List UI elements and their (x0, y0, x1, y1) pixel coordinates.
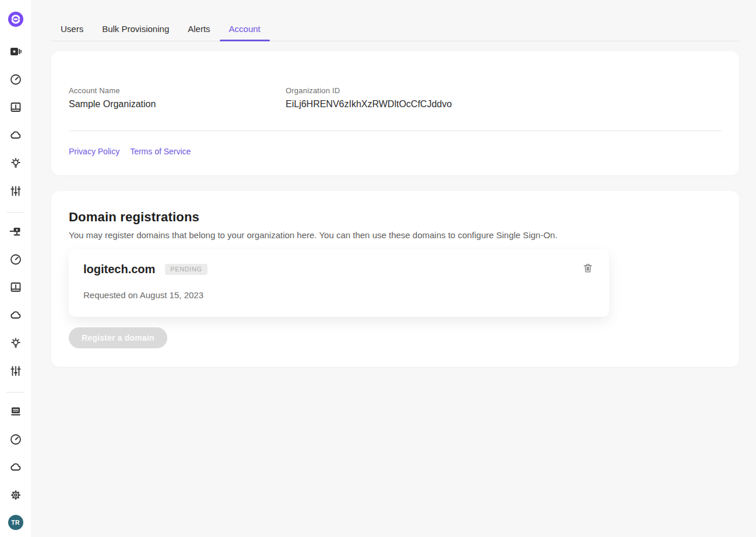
insights-bulb-icon (9, 156, 23, 170)
domain-registrations-title: Domain registrations (69, 210, 722, 225)
sidebar-item-dashboard-2[interactable] (9, 252, 23, 266)
organization-id-field: Organization ID EiLj6HRENV6zIkhXzRWDltOc… (286, 86, 722, 109)
dashboard-gauge-icon (9, 252, 23, 266)
privacy-policy-link[interactable]: Privacy Policy (69, 147, 119, 156)
sidebar-item-settings-2[interactable] (9, 364, 23, 378)
sidebar-item-insights-2[interactable] (9, 336, 23, 350)
laptop-device-icon (9, 404, 23, 418)
avatar[interactable]: TR (8, 515, 23, 530)
dashboard-gauge-icon (9, 72, 23, 86)
sidebar-item-dashboard-1[interactable] (9, 72, 23, 86)
tabletop-device-icon (9, 224, 23, 238)
sidebar-item-dashboard-3[interactable] (9, 432, 23, 446)
account-fields-row: Account Name Sample Organization Organiz… (69, 86, 722, 109)
tab-users[interactable]: Users (51, 24, 93, 41)
domain-registrations-description: You may register domains that belong to … (69, 230, 722, 240)
sidebar-item-video-bar[interactable] (9, 44, 23, 58)
sidebar-item-settings-1[interactable] (9, 184, 23, 198)
sidebar-item-cloud-1[interactable] (9, 128, 23, 142)
account-name-field: Account Name Sample Organization (69, 86, 286, 109)
register-domain-button[interactable]: Register a domain (69, 327, 167, 348)
gear-icon (9, 488, 23, 502)
sidebar-item-alerts-2[interactable] (9, 280, 23, 294)
tab-account[interactable]: Account (220, 24, 270, 41)
sidebar-nav (6, 44, 24, 488)
terms-of-service-link[interactable]: Terms of Service (130, 147, 191, 156)
sidebar-item-tabletop-device[interactable] (9, 224, 23, 238)
sidebar-item-insights-1[interactable] (9, 156, 23, 170)
sidebar-item-settings-gear[interactable] (9, 488, 23, 502)
settings-sliders-icon (9, 364, 23, 378)
video-bar-device-icon (9, 44, 23, 58)
cloud-icon (9, 460, 23, 474)
alert-display-icon (9, 280, 23, 294)
account-info-card: Account Name Sample Organization Organiz… (51, 51, 739, 175)
delete-domain-button[interactable] (581, 262, 595, 276)
settings-sliders-icon (9, 184, 23, 198)
legal-links-row: Privacy Policy Terms of Service (69, 147, 722, 156)
organization-id-label: Organization ID (286, 86, 722, 95)
sidebar-item-alerts-1[interactable] (9, 100, 23, 114)
main-content: Users Bulk Provisioning Alerts Account A… (31, 0, 756, 367)
domain-name: logitech.com (83, 263, 155, 276)
domain-registrations-card: Domain registrations You may register do… (51, 191, 739, 367)
account-name-label: Account Name (69, 86, 286, 95)
cloud-icon (9, 308, 23, 322)
domain-requested-date: Requested on August 15, 2023 (83, 290, 595, 300)
trash-icon (582, 262, 594, 274)
sidebar-item-cloud-3[interactable] (9, 460, 23, 474)
tab-bar: Users Bulk Provisioning Alerts Account (51, 0, 739, 41)
status-badge: PENDING (165, 264, 207, 275)
sidebar-divider (6, 212, 24, 213)
domain-row-header: logitech.com PENDING (83, 262, 595, 276)
tab-bulk-provisioning[interactable]: Bulk Provisioning (93, 24, 178, 41)
insights-bulb-icon (9, 336, 23, 350)
sidebar-item-cloud-2[interactable] (9, 308, 23, 322)
alert-display-icon (9, 100, 23, 114)
sidebar-item-laptop-device[interactable] (9, 404, 23, 418)
sidebar-divider (6, 392, 24, 393)
dashboard-gauge-icon (9, 432, 23, 446)
sidebar-footer: TR (0, 488, 31, 530)
sync-logo-icon[interactable] (8, 12, 23, 27)
cloud-icon (9, 128, 23, 142)
account-name-value: Sample Organization (69, 99, 286, 109)
sidebar: TR (0, 0, 31, 537)
organization-id-value: EiLj6HRENV6zIkhXzRWDltOcCfCJddvo (286, 99, 722, 109)
domain-row: logitech.com PENDING Requested on August… (69, 249, 609, 317)
tab-alerts[interactable]: Alerts (178, 24, 219, 41)
card-divider (69, 130, 722, 131)
